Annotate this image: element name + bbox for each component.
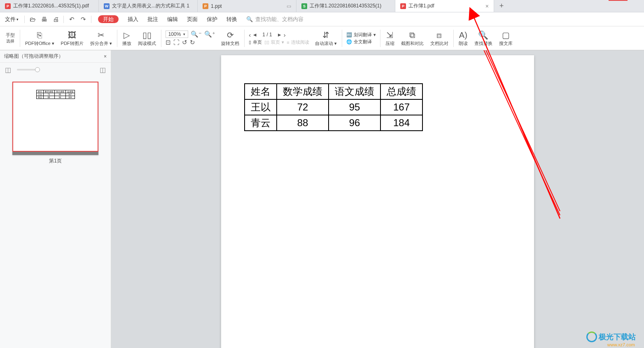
- table-row: 王以7295167: [245, 99, 422, 115]
- tool-compare[interactable]: ⧈文档比对: [427, 26, 452, 50]
- play-icon: ▷: [124, 30, 130, 40]
- thumbnail-sidebar: 缩略图（可拖动调整顺序） × ◫ ◫ 姓名数学成绩语文成绩总成绩 王以72951…: [0, 50, 111, 348]
- screenshot-icon: ⧉: [409, 30, 415, 40]
- data-table: 姓名 数学成绩 语文成绩 总成绩 王以7295167 青云8896184: [244, 83, 423, 131]
- watermark-url: www.xz7.com: [607, 342, 635, 347]
- th-name: 姓名: [245, 84, 277, 99]
- thumb-small-icon[interactable]: ◫: [5, 66, 11, 74]
- double-icon: ▯▯: [264, 40, 269, 45]
- logo-icon: [586, 332, 597, 342]
- tool-rotate[interactable]: ⟳旋转文档: [218, 26, 243, 50]
- redo-icon[interactable]: ↷: [78, 16, 89, 23]
- tab-label: 1.ppt: [211, 3, 222, 9]
- view-double[interactable]: ▯▯双页 ▾: [264, 39, 284, 45]
- watermark: 极光下载站: [586, 332, 636, 342]
- fitwidth-icon[interactable]: ⊡: [166, 39, 171, 46]
- close-icon[interactable]: ×: [485, 3, 489, 9]
- compress-icon: ⇲: [386, 30, 393, 40]
- zoom-select[interactable]: 100%▾: [166, 31, 189, 38]
- undo-icon[interactable]: ↶: [66, 16, 77, 23]
- page-indicator[interactable]: 1 / 1: [259, 32, 275, 38]
- tool-pdf2office[interactable]: ⎘PDF转Office ▾: [22, 26, 58, 50]
- tab-bar: P工作簿1.20220816...435325(1).pdf W文字是人类用表义…: [0, 0, 644, 12]
- new-tab-button[interactable]: +: [494, 0, 509, 12]
- tool-hand[interactable]: 手型选择: [2, 26, 18, 50]
- th-chinese: 语文成绩: [329, 84, 380, 99]
- mini-table: 姓名数学成绩语文成绩总成绩 王以7295167 青云8896184: [36, 90, 75, 99]
- toolbar: 手型选择 ⎘PDF转Office ▾ 🖼PDF转图片 ✂拆分合并 ▾ ▷播放 ▯…: [0, 26, 644, 50]
- pdf-icon: P: [400, 3, 406, 9]
- tool-wordtrans[interactable]: 🔤划词翻译 ▾: [346, 32, 376, 38]
- tab-1[interactable]: W文字是人类用表义...的方式和工具 1: [99, 0, 198, 12]
- sidebar-close-icon[interactable]: ×: [104, 54, 107, 59]
- th-math: 数学成绩: [277, 84, 329, 99]
- menu-protect[interactable]: 保护: [203, 16, 222, 23]
- page-prev-icon[interactable]: ◂: [253, 31, 257, 38]
- tool-autoscroll[interactable]: ⇵自动滚动 ▾: [312, 26, 340, 50]
- tab-4[interactable]: P工作簿1.pdf×: [395, 0, 494, 12]
- menu-page[interactable]: 页面: [183, 16, 202, 23]
- rotate-r-icon[interactable]: ↻: [190, 39, 195, 46]
- tab-label: 工作簿1.20220816081435325(1): [310, 2, 381, 9]
- document-canvas[interactable]: 姓名 数学成绩 语文成绩 总成绩 王以7295167 青云8896184: [111, 50, 644, 348]
- window-icon[interactable]: ▭: [287, 3, 291, 9]
- thumb-size-slider[interactable]: [17, 69, 37, 71]
- convert-icon: ⎘: [37, 30, 42, 40]
- tab-label: 工作簿1.20220816...435325(1).pdf: [13, 2, 89, 9]
- tool-readmode[interactable]: ▯▯阅读模式: [135, 26, 159, 50]
- page-next-icon[interactable]: ▸: [278, 31, 281, 38]
- xls-icon: S: [301, 3, 307, 9]
- search-box[interactable]: 🔍查找功能、文档内容: [246, 16, 303, 23]
- scroll-icon: ⇵: [322, 30, 329, 40]
- tool-pdf2img[interactable]: 🖼PDF转图片: [58, 26, 87, 50]
- book-icon: ▯▯: [142, 30, 152, 40]
- tab-label: 工作簿1.pdf: [408, 2, 434, 9]
- image-icon: 🖼: [68, 30, 76, 40]
- tool-fulltrans[interactable]: 🌐全文翻译: [346, 39, 372, 45]
- pdf-icon: P: [5, 3, 11, 9]
- tool-split[interactable]: ✂拆分合并 ▾: [87, 26, 115, 50]
- search-icon: 🔍: [246, 16, 253, 22]
- thumb-large-icon[interactable]: ◫: [100, 66, 106, 74]
- view-single[interactable]: ▯单页: [249, 39, 262, 45]
- library-icon: ▢: [502, 30, 510, 40]
- ppt-icon: P: [203, 3, 208, 9]
- menu-annot[interactable]: 批注: [143, 16, 162, 23]
- zoom-in-icon[interactable]: 🔍⁺: [204, 31, 215, 38]
- split-icon: ✂: [98, 30, 105, 40]
- globe-icon: 🌐: [346, 39, 352, 45]
- tool-read[interactable]: A)朗读: [455, 26, 471, 50]
- page-first-icon[interactable]: ‹: [249, 31, 251, 38]
- compare-icon: ⧈: [436, 30, 442, 40]
- thumb-page-label: 第1页: [12, 155, 98, 165]
- th-total: 总成绩: [380, 84, 422, 99]
- open-icon[interactable]: 🗁: [27, 16, 38, 23]
- tab-3[interactable]: S工作簿1.20220816081435325(1): [296, 0, 395, 12]
- menu-edit[interactable]: 编辑: [163, 16, 182, 23]
- tab-2[interactable]: P1.ppt▭: [198, 0, 296, 12]
- tool-lib[interactable]: ▢搜文库: [496, 26, 516, 50]
- pdf-page: 姓名 数学成绩 语文成绩 总成绩 王以7295167 青云8896184: [221, 55, 534, 348]
- rotate-l-icon[interactable]: ↺: [182, 39, 187, 46]
- tool-find[interactable]: 🔍查找替换: [471, 26, 496, 50]
- file-menu[interactable]: 文件▾: [2, 16, 22, 23]
- view-cont[interactable]: ≡连续阅读: [287, 39, 309, 45]
- tool-crop[interactable]: ⧉截图和对比: [398, 26, 427, 50]
- crop-icon[interactable]: ⛶: [173, 39, 180, 46]
- tool-compress[interactable]: ⇲压缩: [382, 26, 398, 50]
- tab-0[interactable]: P工作簿1.20220816...435325(1).pdf: [0, 0, 99, 12]
- tool-play[interactable]: ▷播放: [119, 26, 135, 50]
- menu-convert[interactable]: 转换: [222, 16, 241, 23]
- cont-icon: ≡: [287, 40, 289, 45]
- menu-start[interactable]: 开始: [94, 16, 123, 23]
- table-row: 青云8896184: [245, 115, 422, 131]
- save-icon[interactable]: 🖶: [39, 16, 49, 23]
- rotate-icon: ⟳: [227, 30, 234, 40]
- zoom-out-icon[interactable]: 🔍⁻: [191, 31, 202, 38]
- sidebar-title: 缩略图（可拖动调整顺序）: [4, 53, 63, 60]
- menu-insert[interactable]: 插入: [124, 16, 142, 23]
- page-thumbnail-1[interactable]: 姓名数学成绩语文成绩总成绩 王以7295167 青云8896184: [12, 82, 98, 155]
- page-last-icon[interactable]: ›: [284, 31, 286, 38]
- translate-icon: 🔤: [346, 32, 352, 38]
- print-icon[interactable]: 🖨: [50, 16, 61, 23]
